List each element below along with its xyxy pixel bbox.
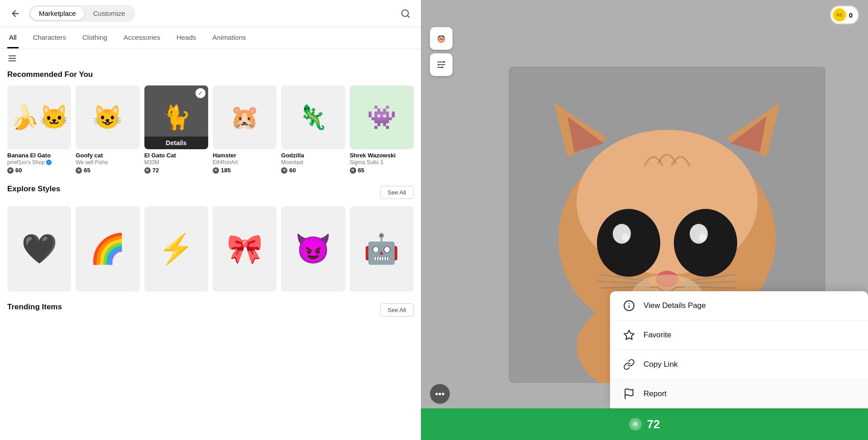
svg-text:R: R bbox=[634, 422, 637, 426]
side-tools bbox=[430, 27, 453, 76]
avatar-tool-button[interactable] bbox=[430, 27, 453, 50]
details-overlay[interactable]: Details bbox=[144, 137, 208, 149]
settings-tool-button[interactable] bbox=[430, 53, 453, 76]
item-price-goofy-cat: R 65 bbox=[76, 167, 139, 174]
trending-section: Trending Items See All bbox=[0, 303, 421, 335]
context-menu-favorite[interactable]: Favorite bbox=[610, 321, 868, 350]
coin-icon: R$ bbox=[833, 8, 846, 22]
item-name-goofy-cat: Goofy cat bbox=[76, 152, 139, 159]
style-img-6: 🤖 bbox=[350, 206, 414, 291]
cat-tab-heads[interactable]: Heads bbox=[175, 27, 198, 48]
right-panel: ••• View Details Page Favorite bbox=[421, 0, 868, 440]
style-card-4[interactable]: 🎀 bbox=[213, 206, 277, 291]
svg-marker-40 bbox=[624, 330, 634, 340]
robux-icon: R bbox=[281, 167, 287, 174]
cat-tab-all[interactable]: All bbox=[7, 27, 19, 48]
item-price-hamster: R 185 bbox=[213, 167, 277, 174]
more-options-button[interactable]: ••• bbox=[430, 384, 450, 404]
svg-point-28 bbox=[699, 233, 706, 241]
item-card-godzilla[interactable]: 🦎 Godzilla Moonlast R 60 bbox=[281, 85, 345, 174]
context-menu-view-details[interactable]: View Details Page bbox=[610, 291, 868, 321]
context-menu-favorite-label: Favorite bbox=[644, 331, 671, 340]
report-icon bbox=[623, 388, 635, 400]
top-bar: Marketplace Customize bbox=[0, 0, 421, 27]
recommended-items-row: 🍌🐱 Banana El Gato prref1xx's Shop ✓ R 60… bbox=[7, 85, 414, 174]
item-shop-godzilla: Moonlast bbox=[281, 159, 345, 166]
style-img-4: 🎀 bbox=[213, 206, 277, 291]
svg-point-23 bbox=[597, 209, 660, 277]
context-menu: View Details Page Favorite Copy Link bbox=[610, 291, 868, 408]
left-panel: Marketplace Customize All Characters Clo… bbox=[0, 0, 421, 440]
buy-button[interactable]: R 72 bbox=[421, 408, 868, 440]
item-card-goofy-cat[interactable]: 😺 Goofy cat We sell Fishs R 65 bbox=[76, 85, 139, 174]
item-price-el-gato-cat: R 72 bbox=[144, 167, 208, 174]
coin-display: R$ 0 bbox=[830, 5, 859, 24]
svg-point-27 bbox=[622, 233, 629, 241]
cat-tab-animations[interactable]: Animations bbox=[210, 27, 248, 48]
info-icon bbox=[623, 299, 635, 312]
context-menu-report[interactable]: Report bbox=[610, 379, 868, 408]
trending-section-header: Trending Items See All bbox=[7, 303, 414, 318]
search-button[interactable] bbox=[397, 5, 414, 22]
robux-icon: R bbox=[76, 167, 82, 174]
coin-count: 0 bbox=[849, 11, 853, 19]
svg-point-12 bbox=[438, 64, 439, 66]
item-name-godzilla: Godzilla bbox=[281, 152, 345, 159]
item-name-shrek-wazowski: Shrek Wazowski bbox=[350, 152, 414, 159]
svg-rect-8 bbox=[439, 38, 443, 40]
style-card-5[interactable]: 😈 bbox=[281, 206, 345, 291]
tab-group: Marketplace Customize bbox=[29, 5, 135, 22]
item-img-goofy-cat: 😺 bbox=[76, 85, 139, 149]
style-card-1[interactable]: 🖤 bbox=[7, 206, 71, 291]
explore-section: Explore Styles See All 🖤 🌈 ⚡ � bbox=[0, 185, 421, 302]
trending-see-all-button[interactable]: See All bbox=[380, 303, 414, 317]
item-card-hamster[interactable]: 🐹 Hamster EthRonArt R 185 bbox=[213, 85, 277, 174]
explore-title: Explore Styles bbox=[7, 185, 60, 194]
item-shop-banana-el-gato: prref1xx's Shop ✓ bbox=[7, 159, 71, 166]
filter-bar bbox=[0, 49, 421, 70]
recommended-title: Recommended For You bbox=[7, 70, 414, 79]
item-price-godzilla: R 60 bbox=[281, 167, 345, 174]
svg-text:R$: R$ bbox=[836, 13, 842, 18]
cat-tab-clothing[interactable]: Clothing bbox=[81, 27, 109, 48]
filter-icon[interactable] bbox=[7, 53, 17, 66]
item-img-shrek-wazowski: 👾 bbox=[350, 85, 414, 149]
context-menu-copy-link[interactable]: Copy Link bbox=[610, 350, 868, 379]
explore-see-all-button[interactable]: See All bbox=[380, 186, 414, 199]
item-shop-shrek-wazowski: Sigma Suits 3 bbox=[350, 159, 414, 166]
context-menu-copy-link-label: Copy Link bbox=[644, 360, 678, 369]
cat-tab-characters[interactable]: Characters bbox=[31, 27, 68, 48]
robux-icon: R bbox=[213, 167, 219, 174]
svg-point-26 bbox=[690, 224, 708, 244]
style-card-3[interactable]: ⚡ bbox=[144, 206, 208, 291]
favorite-icon bbox=[623, 329, 635, 341]
buy-robux-icon: R bbox=[629, 418, 642, 431]
svg-point-13 bbox=[443, 61, 445, 63]
item-name-el-gato-cat: El Gato Cat bbox=[144, 152, 208, 159]
robux-icon: R bbox=[144, 167, 151, 174]
item-card-shrek-wazowski[interactable]: 👾 Shrek Wazowski Sigma Suits 3 R 65 bbox=[350, 85, 414, 174]
robux-icon: R bbox=[350, 167, 356, 174]
item-card-el-gato-cat[interactable]: 🐈 ✓ Details El Gato Cat M33M R 72 bbox=[144, 85, 208, 174]
buy-price-label: 72 bbox=[647, 417, 660, 431]
style-img-3: ⚡ bbox=[144, 206, 208, 291]
item-img-el-gato-cat: 🐈 ✓ Details bbox=[144, 85, 208, 149]
item-card-banana-el-gato[interactable]: 🍌🐱 Banana El Gato prref1xx's Shop ✓ R 60 bbox=[7, 85, 71, 174]
style-card-2[interactable]: 🌈 bbox=[76, 206, 139, 291]
style-img-5: 😈 bbox=[281, 206, 345, 291]
explore-items-row: 🖤 🌈 ⚡ 🎀 😈 bbox=[7, 206, 414, 291]
svg-point-24 bbox=[674, 209, 737, 277]
item-price-shrek-wazowski: R 65 bbox=[350, 167, 414, 174]
tab-marketplace[interactable]: Marketplace bbox=[31, 7, 84, 20]
style-card-6[interactable]: 🤖 bbox=[350, 206, 414, 291]
back-button[interactable] bbox=[7, 5, 24, 22]
selected-check-icon: ✓ bbox=[196, 88, 205, 98]
context-menu-report-label: Report bbox=[644, 389, 667, 398]
robux-icon: R bbox=[7, 167, 14, 174]
svg-point-25 bbox=[613, 224, 631, 244]
trending-title: Trending Items bbox=[7, 303, 62, 312]
tab-customize[interactable]: Customize bbox=[85, 7, 134, 20]
category-tabs: All Characters Clothing Accessories Head… bbox=[0, 27, 421, 49]
item-name-banana-el-gato: Banana El Gato bbox=[7, 152, 71, 159]
cat-tab-accessories[interactable]: Accessories bbox=[122, 27, 162, 48]
